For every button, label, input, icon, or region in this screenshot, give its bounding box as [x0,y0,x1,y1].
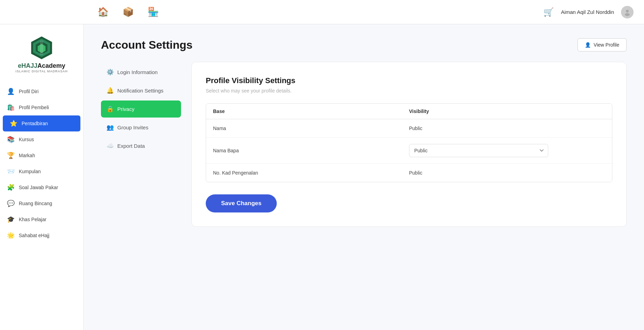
row-visibility-no-kad: Public [409,170,605,176]
sidebar-item-khas-pelajar[interactable]: 🎓 Khas Pelajar [0,211,83,227]
notification-settings-label: Notification Settings [117,88,164,94]
main-content: Account Settings 👤 View Profile ⚙️ Login… [84,24,644,330]
menu-item-notification-settings[interactable]: 🔔 Notification Settings [101,82,181,99]
row-visibility-nama-bapa: Public Private Friends Only [409,144,605,157]
save-changes-button[interactable]: Save Changes [206,194,277,212]
visibility-text-no-kad: Public [409,170,422,176]
shop-icon[interactable]: 📦 [123,7,134,17]
row-visibility-nama: Public [409,126,605,131]
gear-icon: ⚙️ [107,69,114,76]
sahabat-ehajj-icon: 🌟 [7,232,15,239]
view-profile-button[interactable]: 👤 View Profile [578,38,627,51]
sidebar-item-sahabat-ehajj[interactable]: 🌟 Sahabat eHajj [0,227,83,243]
home-icon[interactable]: 🏠 [97,7,109,17]
table-header: Base Visibility [206,104,612,119]
cloud-icon: ☁️ [107,142,114,150]
menu-item-export-data[interactable]: ☁️ Export Data [101,137,181,154]
panel-title: Profile Visibility Settings [206,76,612,85]
export-data-label: Export Data [117,143,145,149]
sidebar-item-pentadbiran[interactable]: ⭐ Pentadbiran [3,115,80,131]
logo-text: eHAJJAcademy [7,62,76,70]
sidebar-item-markah[interactable]: 🏆 Markah [0,147,83,163]
main-layout: eHAJJAcademy ISLAMIC DIGITAL MADRASAH 👤 … [0,24,644,330]
sidebar-item-soal-jawab-pakar[interactable]: 🧩 Soal Jawab Pakar [0,179,83,195]
sidebar-item-kursus[interactable]: 📚 Kursus [0,131,83,147]
sidebar-label-markah: Markah [19,153,35,158]
sidebar-label-profil-pembeli: Profil Pembeli [19,105,49,110]
row-base-nama: Nama [213,126,409,131]
sidebar-label-ruang-bincang: Ruang Bincang [19,201,52,206]
avatar[interactable] [621,6,634,18]
lock-icon: 🔒 [107,105,114,113]
top-navigation: 🏠 📦 🏪 🛒 Aiman Aqil Zul Norddin [0,0,644,24]
table-row: Nama Public [206,119,612,138]
sidebar-label-sahabat-ehajj: Sahabat eHajj [19,233,49,238]
group-invites-label: Group Invites [117,124,148,130]
sidebar-item-profil-pembeli[interactable]: 🛍️ Profil Pembeli [0,99,83,115]
sidebar-item-profil-diri[interactable]: 👤 Profil Diri [0,83,83,99]
header-base: Base [213,108,409,114]
visibility-table: Base Visibility Nama Public Nama Bapa [206,103,612,182]
settings-layout: ⚙️ Login Information 🔔 Notification Sett… [101,62,627,227]
visibility-text-nama: Public [409,126,422,131]
page-title: Account Settings [101,39,193,51]
privacy-label: Privacy [117,106,134,112]
row-base-nama-bapa: Nama Bapa [213,148,409,153]
visibility-select-nama-bapa[interactable]: Public Private Friends Only [409,144,548,157]
sidebar-label-kumpulan: Kumpulan [19,169,41,174]
sidebar-logo: eHAJJAcademy ISLAMIC DIGITAL MADRASAH [0,31,83,82]
sidebar-item-kumpulan[interactable]: 📨 Kumpulan [0,163,83,179]
logo-svg [29,35,55,61]
sidebar-label-kursus: Kursus [19,137,34,142]
menu-item-login-info[interactable]: ⚙️ Login Information [101,64,181,81]
profil-pembeli-icon: 🛍️ [7,104,15,111]
login-info-label: Login Information [117,69,158,75]
row-base-no-kad: No. Kad Pengenalan [213,170,409,176]
pentadbiran-icon: ⭐ [10,120,17,127]
sidebar-label-soal-jawab-pakar: Soal Jawab Pakar [19,185,58,190]
settings-menu: ⚙️ Login Information 🔔 Notification Sett… [101,62,181,227]
soal-jawab-icon: 🧩 [7,184,15,191]
cart-icon[interactable]: 🛒 [543,7,554,17]
sidebar-label-khas-pelajar: Khas Pelajar [19,217,46,222]
svg-rect-6 [40,41,43,55]
kursus-icon: 📚 [7,136,15,143]
username-label: Aiman Aqil Zul Norddin [561,9,614,15]
nav-icons: 🏠 📦 🏪 [97,7,159,17]
svg-point-0 [626,10,629,13]
svg-point-1 [625,13,630,16]
group-icon: 👥 [107,124,114,131]
logo-subtitle: ISLAMIC DIGITAL MADRASAH [7,70,76,73]
sidebar: eHAJJAcademy ISLAMIC DIGITAL MADRASAH 👤 … [0,24,84,330]
bell-icon: 🔔 [107,87,114,94]
store-icon[interactable]: 🏪 [148,7,159,17]
sidebar-item-ruang-bincang[interactable]: 💬 Ruang Bincang [0,195,83,211]
sidebar-label-pentadbiran: Pentadbiran [22,121,48,126]
page-header: Account Settings 👤 View Profile [101,38,627,51]
header-visibility: Visibility [409,108,605,114]
menu-item-group-invites[interactable]: 👥 Group Invites [101,119,181,136]
person-icon: 👤 [585,42,591,48]
sidebar-nav: 👤 Profil Diri 🛍️ Profil Pembeli ⭐ Pentad… [0,83,83,243]
panel-subtitle: Select who may see your profile details. [206,88,612,94]
menu-item-privacy[interactable]: 🔒 Privacy [101,100,181,118]
table-row: No. Kad Pengenalan Public [206,164,612,182]
top-nav-right: 🛒 Aiman Aqil Zul Norddin [543,6,634,18]
table-row: Nama Bapa Public Private Friends Only [206,138,612,164]
markah-icon: 🏆 [7,152,15,159]
kumpulan-icon: 📨 [7,168,15,175]
khas-pelajar-icon: 🎓 [7,216,15,223]
sidebar-label-profil-diri: Profil Diri [19,89,39,94]
view-profile-label: View Profile [594,42,619,48]
profil-diri-icon: 👤 [7,88,15,95]
settings-panel: Profile Visibility Settings Select who m… [191,62,627,227]
ruang-bincang-icon: 💬 [7,200,15,207]
